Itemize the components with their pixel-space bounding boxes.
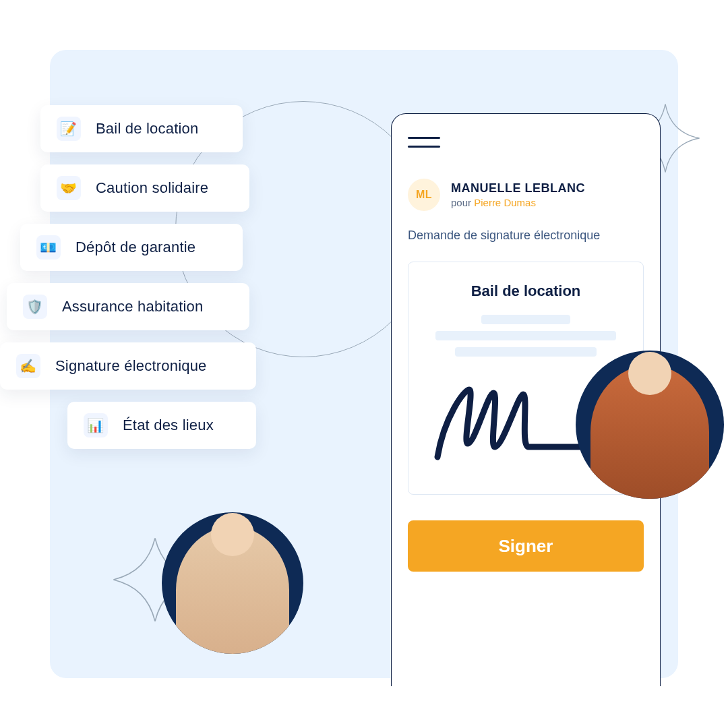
card-caution-solidaire[interactable]: 🤝 Caution solidaire: [40, 164, 249, 212]
chart-icon: 📊: [84, 413, 108, 437]
handshake-icon: 🤝: [57, 176, 81, 200]
card-label: Signature électronique: [55, 357, 207, 375]
card-label: Caution solidaire: [96, 179, 208, 197]
pen-icon: ✍️: [16, 354, 40, 378]
card-signature-electronique[interactable]: ✍️ Signature électronique: [0, 342, 256, 390]
money-icon: 💶: [36, 235, 61, 260]
card-label: État des lieux: [123, 417, 214, 434]
sign-button[interactable]: Signer: [408, 520, 644, 572]
document-body-placeholder: [427, 315, 624, 357]
user-name: MANUELLE LEBLANC: [451, 181, 585, 195]
document-title: Bail de location: [471, 282, 581, 300]
for-name-link[interactable]: Pierre Dumas: [474, 197, 536, 208]
signature-icon: [427, 380, 589, 470]
card-bail-de-location[interactable]: 📝 Bail de location: [40, 105, 243, 152]
avatar: ML: [408, 179, 440, 211]
card-label: Dépôt de garantie: [75, 239, 195, 256]
person-avatar-right: [576, 351, 724, 499]
card-etat-des-lieux[interactable]: 📊 État des lieux: [67, 402, 256, 449]
card-label: Bail de location: [96, 120, 198, 138]
shield-icon: 🛡️: [23, 295, 47, 319]
user-row: ML MANUELLE LEBLANC pour Pierre Dumas: [408, 179, 644, 211]
feature-card-list: 📝 Bail de location 🤝 Caution solidaire 💶…: [0, 105, 256, 449]
for-label: pour: [451, 197, 474, 208]
menu-icon[interactable]: [408, 137, 440, 154]
document-icon: 📝: [57, 117, 81, 141]
page-subheading: Demande de signature électronique: [408, 229, 644, 243]
card-depot-de-garantie[interactable]: 💶 Dépôt de garantie: [20, 224, 243, 271]
user-subline: pour Pierre Dumas: [451, 197, 585, 208]
card-label: Assurance habitation: [62, 298, 203, 315]
person-avatar-left: [162, 512, 303, 654]
card-assurance-habitation[interactable]: 🛡️ Assurance habitation: [7, 283, 249, 330]
